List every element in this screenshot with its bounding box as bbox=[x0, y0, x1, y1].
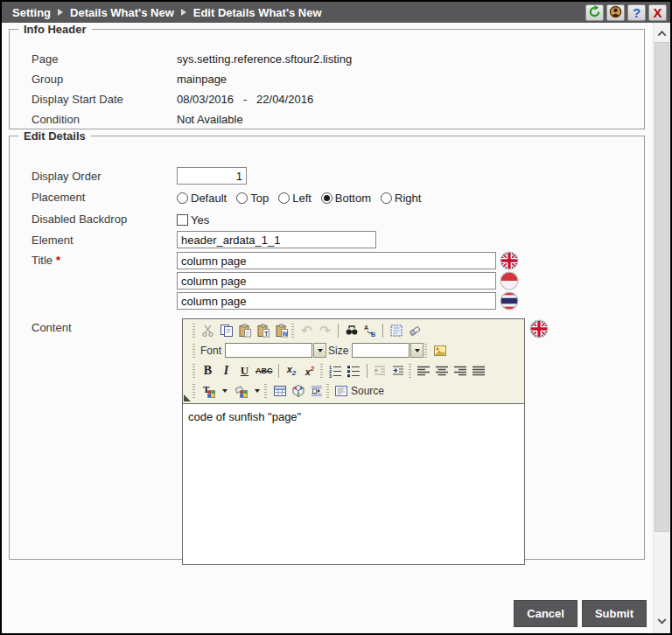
refresh-button[interactable] bbox=[585, 4, 604, 21]
underline-icon: U bbox=[241, 364, 248, 378]
chevron-down-icon bbox=[658, 616, 667, 625]
breadcrumb-item-details-whats-new[interactable]: Details What's New bbox=[70, 6, 174, 19]
display-order-label: Display Order bbox=[10, 167, 177, 183]
group-value: mainpage bbox=[177, 73, 227, 86]
thailand-flag-icon[interactable] bbox=[500, 291, 519, 311]
support-button[interactable] bbox=[606, 4, 625, 21]
breadcrumb-item-edit-details-whats-new: Edit Details What's New bbox=[193, 6, 322, 19]
toolbar-grip bbox=[291, 324, 294, 338]
placement-option-bottom[interactable]: Bottom bbox=[321, 192, 371, 205]
toolbar-collapse-icon[interactable] bbox=[184, 394, 191, 401]
support-icon bbox=[609, 5, 622, 20]
uk-flag-icon[interactable] bbox=[500, 251, 519, 270]
placement-option-default[interactable]: Default bbox=[177, 192, 227, 205]
display-start-date-label: Display Start Date bbox=[10, 93, 177, 106]
source-button[interactable]: Source bbox=[332, 382, 386, 400]
radio-icon[interactable] bbox=[177, 192, 188, 204]
insert-special-button[interactable] bbox=[289, 382, 307, 400]
disabled-backdrop-checkbox[interactable] bbox=[177, 214, 188, 226]
superscript-button[interactable]: x2 bbox=[301, 362, 319, 380]
insert-table-button[interactable] bbox=[270, 382, 289, 400]
submit-button[interactable]: Submit bbox=[582, 600, 647, 627]
page-break-button[interactable] bbox=[307, 382, 326, 400]
close-icon: X bbox=[653, 6, 662, 19]
title-input-thai[interactable] bbox=[177, 292, 496, 310]
paste-as-text-button[interactable]: T bbox=[254, 322, 272, 339]
page-break-icon bbox=[310, 384, 324, 398]
font-select[interactable] bbox=[225, 343, 312, 358]
element-input[interactable] bbox=[177, 231, 376, 248]
radio-icon[interactable] bbox=[278, 192, 290, 204]
text-color-dropdown[interactable] bbox=[218, 383, 231, 398]
radio-icon[interactable] bbox=[236, 192, 248, 204]
find-icon bbox=[345, 324, 359, 338]
fill-color-button[interactable] bbox=[231, 382, 249, 400]
placement-option-right[interactable]: Right bbox=[381, 192, 421, 205]
paste-as-text-icon: T bbox=[256, 324, 270, 338]
align-justify-button[interactable] bbox=[470, 362, 488, 380]
scroll-up-button[interactable] bbox=[654, 26, 670, 41]
title-input-english[interactable] bbox=[177, 252, 496, 269]
bold-button[interactable]: B bbox=[199, 362, 217, 380]
radio-icon[interactable] bbox=[381, 192, 392, 204]
font-dropdown-button[interactable] bbox=[313, 343, 326, 358]
underline-button[interactable]: U bbox=[235, 362, 254, 380]
breadcrumb-separator-icon bbox=[58, 9, 63, 16]
text-color-button[interactable]: T bbox=[199, 382, 217, 400]
copy-button[interactable] bbox=[217, 322, 235, 339]
align-left-button[interactable] bbox=[415, 362, 433, 380]
dialog-window: Setting Details What's New Edit Details … bbox=[0, 0, 672, 635]
placement-option-left[interactable]: Left bbox=[278, 192, 312, 205]
find-button[interactable] bbox=[342, 322, 360, 339]
group-label: Group bbox=[10, 73, 177, 86]
align-right-button[interactable] bbox=[452, 362, 470, 380]
help-button[interactable]: ? bbox=[627, 4, 646, 21]
redo-button[interactable]: ↷ bbox=[316, 322, 334, 339]
replace-button[interactable]: AB bbox=[360, 322, 379, 339]
help-icon: ? bbox=[633, 6, 640, 19]
align-center-button[interactable] bbox=[433, 362, 452, 380]
close-button[interactable]: X bbox=[648, 4, 667, 21]
strikethrough-icon: ABC bbox=[256, 366, 273, 375]
redo-icon: ↷ bbox=[319, 324, 331, 337]
remove-format-button[interactable] bbox=[405, 322, 424, 339]
bulleted-list-icon bbox=[346, 364, 360, 378]
title-row: Title* bbox=[10, 251, 644, 311]
bulleted-list-button[interactable] bbox=[345, 362, 363, 380]
increase-indent-button[interactable] bbox=[389, 362, 408, 380]
subscript-button[interactable]: x2 bbox=[283, 362, 301, 380]
placement-option-top[interactable]: Top bbox=[236, 192, 269, 205]
select-all-button[interactable] bbox=[387, 322, 405, 339]
paste-button[interactable] bbox=[235, 322, 254, 339]
radio-icon[interactable] bbox=[321, 192, 332, 204]
indonesia-flag-icon[interactable] bbox=[500, 271, 519, 290]
italic-button[interactable]: I bbox=[217, 362, 235, 380]
size-dropdown-button[interactable] bbox=[410, 343, 424, 358]
fill-color-dropdown[interactable] bbox=[250, 383, 263, 398]
numbered-list-button[interactable]: 123 bbox=[326, 362, 345, 380]
toolbar-grip bbox=[424, 344, 427, 358]
placement-option-label: Default bbox=[191, 192, 227, 205]
paste-from-word-button[interactable]: W bbox=[272, 322, 290, 339]
svg-text:3: 3 bbox=[329, 373, 332, 378]
toolbar-grip bbox=[192, 324, 195, 338]
breadcrumb-item-setting[interactable]: Setting bbox=[12, 6, 51, 19]
toolbar-separator bbox=[367, 364, 368, 378]
disabled-backdrop-label: Disabled Backdrop bbox=[10, 210, 177, 226]
scroll-down-button[interactable] bbox=[654, 615, 670, 630]
editor-content[interactable]: code of sunfish "page" bbox=[183, 404, 524, 564]
insert-image-button[interactable] bbox=[430, 342, 449, 359]
size-select[interactable] bbox=[352, 343, 410, 358]
vertical-scrollbar[interactable] bbox=[653, 23, 670, 633]
toolbar-grip bbox=[192, 364, 195, 378]
placement-label: Placement bbox=[10, 188, 177, 204]
cut-button[interactable] bbox=[199, 322, 217, 339]
strikethrough-button[interactable]: ABC bbox=[254, 362, 275, 380]
undo-button[interactable]: ↶ bbox=[298, 322, 316, 339]
uk-flag-icon[interactable] bbox=[529, 319, 549, 338]
title-input-indonesian[interactable] bbox=[177, 272, 496, 290]
display-order-input[interactable] bbox=[177, 167, 247, 185]
cancel-button[interactable]: Cancel bbox=[514, 600, 578, 627]
scrollbar-thumb[interactable] bbox=[654, 42, 669, 532]
decrease-indent-button[interactable] bbox=[371, 362, 389, 380]
